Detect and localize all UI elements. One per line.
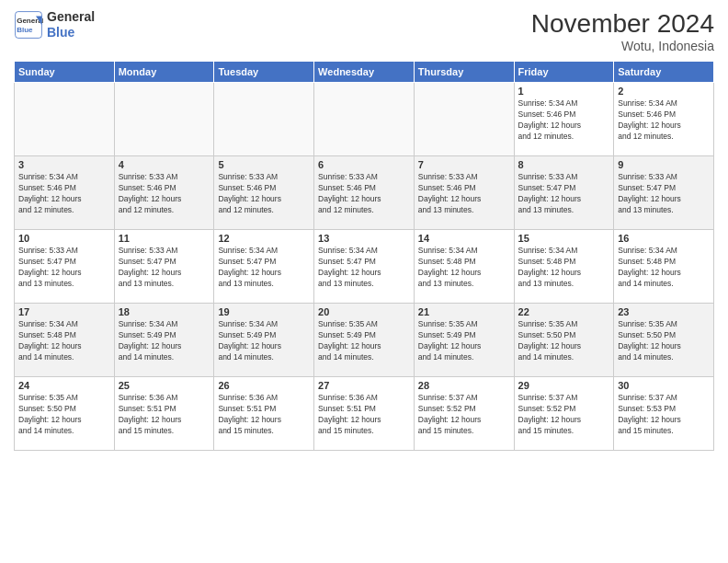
table-row: 14Sunrise: 5:34 AM Sunset: 5:48 PM Dayli… — [414, 230, 514, 304]
day-number: 17 — [18, 306, 110, 317]
table-row: 8Sunrise: 5:33 AM Sunset: 5:47 PM Daylig… — [514, 156, 614, 230]
day-info: Sunrise: 5:37 AM Sunset: 5:53 PM Dayligh… — [618, 393, 710, 437]
day-info: Sunrise: 5:37 AM Sunset: 5:52 PM Dayligh… — [418, 393, 510, 437]
day-info: Sunrise: 5:34 AM Sunset: 5:47 PM Dayligh… — [218, 246, 310, 290]
col-monday: Monday — [114, 62, 214, 83]
calendar-subtitle: Wotu, Indonesia — [531, 39, 714, 53]
table-row: 29Sunrise: 5:37 AM Sunset: 5:52 PM Dayli… — [514, 377, 614, 451]
day-number: 2 — [618, 86, 710, 97]
table-row: 1Sunrise: 5:34 AM Sunset: 5:46 PM Daylig… — [514, 83, 614, 156]
col-saturday: Saturday — [614, 62, 714, 83]
day-info: Sunrise: 5:34 AM Sunset: 5:48 PM Dayligh… — [418, 246, 510, 290]
table-row: 11Sunrise: 5:33 AM Sunset: 5:47 PM Dayli… — [114, 230, 214, 304]
col-wednesday: Wednesday — [314, 62, 415, 83]
svg-text:Blue: Blue — [17, 26, 33, 34]
table-row: 9Sunrise: 5:33 AM Sunset: 5:47 PM Daylig… — [614, 156, 714, 230]
day-info: Sunrise: 5:35 AM Sunset: 5:50 PM Dayligh… — [618, 319, 710, 363]
table-row: 5Sunrise: 5:33 AM Sunset: 5:46 PM Daylig… — [214, 156, 314, 230]
table-row: 30Sunrise: 5:37 AM Sunset: 5:53 PM Dayli… — [614, 377, 714, 451]
day-info: Sunrise: 5:33 AM Sunset: 5:46 PM Dayligh… — [119, 172, 210, 216]
day-number: 1 — [518, 86, 610, 97]
calendar-week-row: 1Sunrise: 5:34 AM Sunset: 5:46 PM Daylig… — [15, 83, 714, 156]
day-info: Sunrise: 5:33 AM Sunset: 5:46 PM Dayligh… — [418, 172, 510, 216]
logo-text-line2: Blue — [47, 25, 95, 40]
table-row: 19Sunrise: 5:34 AM Sunset: 5:49 PM Dayli… — [214, 304, 314, 377]
day-info: Sunrise: 5:33 AM Sunset: 5:47 PM Dayligh… — [18, 246, 110, 290]
day-number: 19 — [218, 306, 310, 317]
calendar-week-row: 10Sunrise: 5:33 AM Sunset: 5:47 PM Dayli… — [15, 230, 714, 304]
table-row: 26Sunrise: 5:36 AM Sunset: 5:51 PM Dayli… — [214, 377, 314, 451]
day-info: Sunrise: 5:35 AM Sunset: 5:50 PM Dayligh… — [18, 393, 110, 437]
day-number: 7 — [418, 159, 510, 170]
table-row: 22Sunrise: 5:35 AM Sunset: 5:50 PM Dayli… — [514, 304, 614, 377]
day-number: 8 — [518, 159, 610, 170]
day-number: 27 — [318, 380, 410, 391]
day-info: Sunrise: 5:34 AM Sunset: 5:49 PM Dayligh… — [218, 319, 310, 363]
day-number: 20 — [318, 306, 410, 317]
day-number: 26 — [218, 380, 310, 391]
day-info: Sunrise: 5:34 AM Sunset: 5:48 PM Dayligh… — [518, 246, 610, 290]
day-number: 21 — [418, 306, 510, 317]
day-number: 11 — [119, 233, 210, 244]
day-info: Sunrise: 5:34 AM Sunset: 5:46 PM Dayligh… — [618, 98, 710, 143]
day-number: 22 — [518, 306, 610, 317]
table-row: 10Sunrise: 5:33 AM Sunset: 5:47 PM Dayli… — [15, 230, 115, 304]
day-info: Sunrise: 5:34 AM Sunset: 5:47 PM Dayligh… — [318, 246, 410, 290]
col-sunday: Sunday — [15, 62, 115, 83]
table-row: 6Sunrise: 5:33 AM Sunset: 5:46 PM Daylig… — [314, 156, 415, 230]
calendar-header-row: Sunday Monday Tuesday Wednesday Thursday… — [15, 62, 714, 83]
table-row: 12Sunrise: 5:34 AM Sunset: 5:47 PM Dayli… — [214, 230, 314, 304]
col-friday: Friday — [514, 62, 614, 83]
day-number: 28 — [418, 380, 510, 391]
table-row: 7Sunrise: 5:33 AM Sunset: 5:46 PM Daylig… — [414, 156, 514, 230]
table-row — [214, 83, 314, 156]
logo-icon: General Blue — [14, 10, 43, 40]
table-row: 20Sunrise: 5:35 AM Sunset: 5:49 PM Dayli… — [314, 304, 415, 377]
day-number: 29 — [518, 380, 610, 391]
calendar-table: Sunday Monday Tuesday Wednesday Thursday… — [14, 61, 714, 451]
calendar-week-row: 24Sunrise: 5:35 AM Sunset: 5:50 PM Dayli… — [15, 377, 714, 451]
day-number: 24 — [18, 380, 110, 391]
day-number: 16 — [618, 233, 710, 244]
day-info: Sunrise: 5:35 AM Sunset: 5:49 PM Dayligh… — [318, 319, 410, 363]
day-number: 18 — [119, 306, 210, 317]
logo: General Blue General Blue — [14, 9, 95, 40]
table-row: 4Sunrise: 5:33 AM Sunset: 5:46 PM Daylig… — [114, 156, 214, 230]
table-row: 15Sunrise: 5:34 AM Sunset: 5:48 PM Dayli… — [514, 230, 614, 304]
day-info: Sunrise: 5:37 AM Sunset: 5:52 PM Dayligh… — [518, 393, 610, 437]
table-row: 24Sunrise: 5:35 AM Sunset: 5:50 PM Dayli… — [15, 377, 115, 451]
day-number: 12 — [218, 233, 310, 244]
table-row: 13Sunrise: 5:34 AM Sunset: 5:47 PM Dayli… — [314, 230, 415, 304]
table-row — [114, 83, 214, 156]
day-number: 15 — [518, 233, 610, 244]
day-number: 23 — [618, 306, 710, 317]
logo-text-line1: General — [47, 9, 95, 25]
table-row: 23Sunrise: 5:35 AM Sunset: 5:50 PM Dayli… — [614, 304, 714, 377]
table-row — [314, 83, 415, 156]
day-info: Sunrise: 5:36 AM Sunset: 5:51 PM Dayligh… — [218, 393, 310, 437]
table-row: 17Sunrise: 5:34 AM Sunset: 5:48 PM Dayli… — [15, 304, 115, 377]
table-row: 25Sunrise: 5:36 AM Sunset: 5:51 PM Dayli… — [114, 377, 214, 451]
day-number: 10 — [18, 233, 110, 244]
col-thursday: Thursday — [414, 62, 514, 83]
day-info: Sunrise: 5:33 AM Sunset: 5:47 PM Dayligh… — [618, 172, 710, 216]
day-number: 14 — [418, 233, 510, 244]
day-info: Sunrise: 5:33 AM Sunset: 5:47 PM Dayligh… — [518, 172, 610, 216]
table-row: 3Sunrise: 5:34 AM Sunset: 5:46 PM Daylig… — [15, 156, 115, 230]
table-row: 2Sunrise: 5:34 AM Sunset: 5:46 PM Daylig… — [614, 83, 714, 156]
header: General Blue General Blue November 2024 … — [14, 9, 714, 53]
table-row: 21Sunrise: 5:35 AM Sunset: 5:49 PM Dayli… — [414, 304, 514, 377]
calendar-title: November 2024 — [531, 9, 714, 39]
day-info: Sunrise: 5:35 AM Sunset: 5:49 PM Dayligh… — [418, 319, 510, 363]
day-number: 6 — [318, 159, 410, 170]
day-number: 5 — [218, 159, 310, 170]
day-info: Sunrise: 5:36 AM Sunset: 5:51 PM Dayligh… — [119, 393, 210, 437]
table-row: 28Sunrise: 5:37 AM Sunset: 5:52 PM Dayli… — [414, 377, 514, 451]
day-number: 4 — [119, 159, 210, 170]
day-number: 9 — [618, 159, 710, 170]
calendar-week-row: 17Sunrise: 5:34 AM Sunset: 5:48 PM Dayli… — [15, 304, 714, 377]
title-block: November 2024 Wotu, Indonesia — [531, 9, 714, 53]
table-row: 27Sunrise: 5:36 AM Sunset: 5:51 PM Dayli… — [314, 377, 415, 451]
day-info: Sunrise: 5:34 AM Sunset: 5:46 PM Dayligh… — [18, 172, 110, 216]
table-row: 16Sunrise: 5:34 AM Sunset: 5:48 PM Dayli… — [614, 230, 714, 304]
